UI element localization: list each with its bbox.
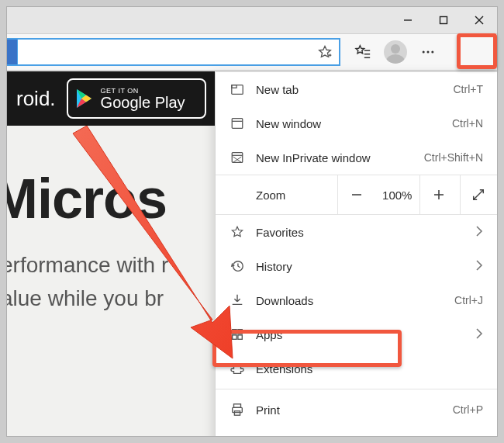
- svg-rect-28: [234, 411, 240, 415]
- menu-extensions[interactable]: Extensions: [216, 351, 497, 386]
- svg-rect-12: [232, 85, 243, 95]
- menu-item-label: Downloads: [248, 294, 454, 307]
- menu-item-label: Favorites: [248, 226, 475, 239]
- banner-text: roid.: [16, 87, 56, 111]
- settings-more-button[interactable]: [412, 36, 444, 68]
- menu-favorites[interactable]: Favorites: [216, 215, 497, 249]
- menu-print[interactable]: Print Ctrl+P: [216, 393, 497, 427]
- extensions-icon: [226, 362, 248, 376]
- minus-icon: [350, 189, 363, 201]
- fullscreen-button[interactable]: [460, 175, 497, 215]
- browser-window: roid. GET IT ON Google Play Micros: [6, 6, 498, 437]
- star-list-icon: [354, 43, 371, 61]
- svg-rect-25: [238, 335, 242, 339]
- menu-new-inprivate[interactable]: New InPrivate window Ctrl+Shift+N: [216, 140, 497, 175]
- close-icon: [475, 16, 484, 25]
- browser-toolbar: [7, 33, 497, 71]
- svg-rect-13: [232, 85, 236, 88]
- chevron-right-icon: [475, 226, 483, 239]
- menu-item-shortcut: Ctrl+J: [454, 294, 483, 306]
- svg-rect-24: [233, 335, 236, 339]
- svg-point-9: [423, 51, 425, 54]
- apps-icon: [226, 327, 248, 341]
- zoom-value: 100%: [375, 189, 419, 202]
- menu-new-tab[interactable]: New tab Ctrl+T: [216, 72, 497, 106]
- plus-icon: [433, 189, 445, 201]
- menu-apps[interactable]: Apps: [216, 317, 497, 351]
- download-icon: [226, 293, 248, 307]
- history-icon: [226, 259, 248, 273]
- svg-rect-22: [233, 330, 236, 334]
- profile-button[interactable]: [384, 40, 407, 64]
- menu-history[interactable]: History: [216, 249, 497, 283]
- menu-item-shortcut: Ctrl+P: [453, 403, 483, 416]
- google-play-label: GET IT ON Google Play: [101, 88, 185, 110]
- menu-item-label: New tab: [248, 83, 454, 96]
- new-window-icon: [226, 116, 248, 130]
- menu-zoom-row: Zoom 100%: [216, 175, 497, 215]
- window-close-button[interactable]: [461, 7, 497, 33]
- svg-rect-1: [440, 17, 447, 24]
- zoom-label: Zoom: [256, 189, 337, 202]
- address-selection-indicator: [7, 40, 18, 64]
- maximize-icon: [439, 16, 448, 25]
- menu-item-shortcut: Ctrl+T: [454, 83, 484, 95]
- menu-separator: [216, 389, 497, 389]
- fullscreen-icon: [471, 188, 485, 202]
- zoom-in-button[interactable]: [419, 175, 457, 215]
- google-play-icon: [76, 88, 93, 109]
- chevron-right-icon: [475, 260, 483, 273]
- address-bar[interactable]: [7, 38, 340, 66]
- chevron-right-icon: [475, 328, 483, 341]
- menu-new-window[interactable]: New window Ctrl+N: [216, 106, 497, 140]
- window-titlebar: [7, 7, 497, 33]
- inprivate-icon: [226, 151, 248, 164]
- minimize-icon: [403, 16, 413, 25]
- favorites-list-button[interactable]: [347, 36, 379, 68]
- menu-downloads[interactable]: Downloads Ctrl+J: [216, 283, 497, 317]
- more-icon: [420, 44, 436, 60]
- add-favorite-button[interactable]: [311, 38, 339, 66]
- settings-menu: New tab Ctrl+T New window Ctrl+N New InP…: [215, 71, 498, 437]
- svg-rect-23: [238, 330, 242, 334]
- window-minimize-button[interactable]: [390, 7, 426, 33]
- menu-item-label: Extensions: [248, 362, 483, 376]
- svg-rect-14: [232, 119, 243, 129]
- menu-item-shortcut: Ctrl+Shift+N: [424, 151, 483, 164]
- menu-item-label: New InPrivate window: [248, 151, 424, 164]
- menu-item-label: Print: [248, 403, 453, 417]
- menu-item-label: History: [248, 260, 475, 273]
- menu-item-shortcut: Ctrl+N: [452, 117, 483, 130]
- svg-point-11: [431, 51, 433, 54]
- zoom-out-button[interactable]: [337, 175, 375, 215]
- google-play-big: Google Play: [101, 95, 185, 110]
- new-tab-icon: [226, 82, 248, 96]
- svg-rect-27: [233, 407, 243, 412]
- menu-item-label: Apps: [248, 328, 475, 341]
- print-icon: [226, 403, 248, 417]
- star-add-icon: [317, 44, 333, 60]
- star-icon: [226, 225, 248, 239]
- svg-point-10: [427, 51, 430, 54]
- menu-item-label: New window: [248, 117, 452, 130]
- google-play-badge[interactable]: GET IT ON Google Play: [67, 78, 206, 119]
- window-maximize-button[interactable]: [426, 7, 461, 33]
